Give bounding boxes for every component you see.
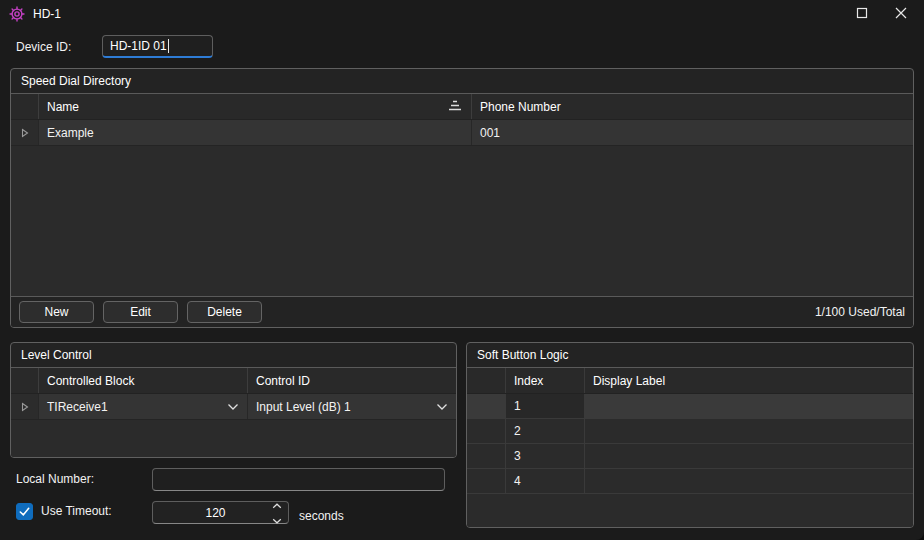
- row-gutter-cell: [467, 469, 506, 493]
- column-header-controlled-block[interactable]: Controlled Block: [39, 368, 248, 393]
- chevron-down-icon: [227, 400, 239, 414]
- close-icon: [895, 7, 907, 22]
- device-id-input[interactable]: HD-1ID 01: [102, 35, 213, 58]
- row-expander-icon[interactable]: [19, 120, 30, 145]
- gear-icon: [9, 6, 25, 22]
- row-expander-icon[interactable]: [19, 394, 30, 419]
- local-number-input[interactable]: [152, 468, 445, 491]
- speed-dial-group-title: Speed Dial Directory: [11, 69, 913, 93]
- level-control-table-header: Controlled Block Control ID: [11, 368, 456, 394]
- soft-button-logic-group-title: Soft Button Logic: [467, 343, 913, 367]
- cell-name: Example: [39, 120, 472, 145]
- row-gutter-cell: [467, 444, 506, 468]
- window-title: HD-1: [33, 7, 61, 21]
- text-caret: [168, 39, 169, 53]
- column-header-phone-number[interactable]: Phone Number: [472, 94, 913, 119]
- table-empty-area: [11, 146, 913, 296]
- column-header-index[interactable]: Index: [506, 368, 585, 393]
- chevron-down-icon: [436, 400, 448, 414]
- sort-icon: [447, 99, 463, 115]
- speed-dial-group: Speed Dial Directory Name: [10, 68, 914, 328]
- cell-index: 1: [506, 394, 585, 418]
- timeout-unit-label: seconds: [299, 505, 344, 528]
- cell-index: 4: [506, 469, 585, 493]
- use-timeout-checkbox[interactable]: [16, 503, 33, 520]
- use-timeout-label: Use Timeout:: [41, 503, 112, 520]
- device-id-value: HD-1ID 01: [110, 39, 167, 53]
- local-number-label: Local Number:: [16, 468, 94, 491]
- spinner-up-icon[interactable]: [272, 498, 282, 512]
- row-gutter-cell: [11, 394, 39, 419]
- column-header-control-id[interactable]: Control ID: [248, 368, 456, 393]
- checkmark-icon: [18, 505, 31, 518]
- app-window: HD-1 Device ID: HD-1ID 01 Speed Dial Dir…: [0, 0, 924, 540]
- cell-display-label[interactable]: [585, 394, 913, 418]
- table-empty-area: [11, 420, 456, 457]
- soft-button-logic-group: Soft Button Logic Index Display Label 1 …: [466, 342, 914, 528]
- cell-display-label[interactable]: [585, 469, 913, 493]
- spinner-down-icon[interactable]: [272, 513, 282, 527]
- spinner-buttons: [272, 498, 282, 527]
- timeout-value: 120: [159, 506, 272, 520]
- row-gutter-header: [11, 368, 39, 393]
- soft-button-row[interactable]: 3: [467, 444, 913, 469]
- speed-dial-table-header: Name Phone Number: [11, 94, 913, 120]
- speed-dial-footer: New Edit Delete 1/100 Used/Total: [11, 297, 913, 327]
- column-header-name[interactable]: Name: [39, 94, 472, 119]
- speed-dial-row[interactable]: Example 001: [11, 120, 913, 146]
- soft-button-row[interactable]: 1: [467, 394, 913, 419]
- close-button[interactable]: [884, 0, 918, 28]
- row-gutter-cell: [467, 419, 506, 443]
- cell-index: 2: [506, 419, 585, 443]
- column-header-display-label[interactable]: Display Label: [585, 368, 913, 393]
- row-gutter-cell: [11, 120, 39, 145]
- delete-button[interactable]: Delete: [187, 301, 262, 323]
- timeout-spinner-input[interactable]: 120: [152, 501, 289, 524]
- row-gutter-header: [467, 368, 506, 393]
- cell-phone-number: 001: [472, 120, 913, 145]
- soft-button-row[interactable]: 4: [467, 469, 913, 494]
- controlled-block-dropdown[interactable]: TIReceive1: [39, 394, 248, 419]
- maximize-icon: [856, 7, 868, 22]
- maximize-button[interactable]: [845, 0, 879, 28]
- level-control-group: Level Control Controlled Block Control I…: [10, 342, 457, 458]
- usage-counter: 1/100 Used/Total: [815, 305, 905, 319]
- row-gutter-header: [11, 94, 39, 119]
- soft-button-table: Index Display Label 1 2 3: [467, 368, 913, 527]
- speed-dial-table: Name Phone Number: [11, 94, 913, 296]
- row-gutter-cell: [467, 394, 506, 418]
- title-bar: HD-1: [0, 0, 924, 28]
- new-button[interactable]: New: [19, 301, 94, 323]
- control-id-dropdown[interactable]: Input Level (dB) 1: [248, 394, 456, 419]
- soft-button-row[interactable]: 2: [467, 419, 913, 444]
- cell-index: 3: [506, 444, 585, 468]
- cell-display-label[interactable]: [585, 419, 913, 443]
- soft-button-table-header: Index Display Label: [467, 368, 913, 394]
- table-empty-area: [467, 494, 913, 527]
- device-id-label: Device ID:: [16, 36, 71, 59]
- level-control-group-title: Level Control: [11, 343, 456, 367]
- cell-display-label[interactable]: [585, 444, 913, 468]
- level-control-table: Controlled Block Control ID TIReceive1: [11, 368, 456, 457]
- level-control-row[interactable]: TIReceive1 Input Level (dB) 1: [11, 394, 456, 420]
- edit-button[interactable]: Edit: [103, 301, 178, 323]
